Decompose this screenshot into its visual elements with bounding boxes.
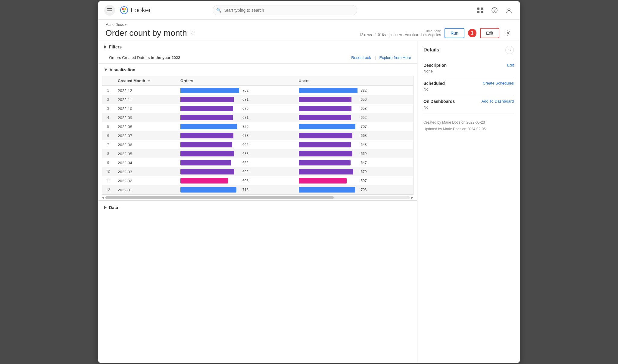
hamburger-button[interactable] bbox=[104, 5, 115, 16]
created-line1: Created by Marie Docs on 2022-05-23 bbox=[423, 119, 514, 126]
row-orders: 752 bbox=[177, 86, 295, 95]
on-dashboards-row: On Dashboards Add To Dashboard bbox=[423, 99, 514, 104]
row-users: 703 bbox=[295, 185, 414, 194]
row-number: 3 bbox=[102, 104, 114, 113]
breadcrumb[interactable]: Marie Docs ▾ bbox=[105, 23, 513, 27]
scheduled-section: Scheduled Create Schedules No bbox=[423, 81, 514, 91]
filters-section-header[interactable]: Filters bbox=[98, 41, 417, 53]
created-info: Created by Marie Docs on 2022-05-23 Upda… bbox=[423, 119, 514, 132]
col-row-number bbox=[102, 76, 114, 86]
search-icon: 🔍 bbox=[216, 8, 221, 13]
table-row: 1 2022-12 752 732 bbox=[102, 86, 413, 95]
svg-point-3 bbox=[123, 11, 125, 12]
add-to-dashboard-link[interactable]: Add To Dashboard bbox=[482, 99, 514, 103]
reset-look-link[interactable]: Reset Look bbox=[351, 55, 371, 60]
row-orders: 678 bbox=[177, 131, 295, 140]
svg-point-2 bbox=[124, 8, 126, 10]
looker-logo-icon bbox=[120, 6, 128, 14]
svg-rect-5 bbox=[481, 8, 483, 10]
row-month: 2022-02 bbox=[114, 176, 177, 185]
scheduled-label: Scheduled bbox=[423, 81, 445, 86]
row-users: 647 bbox=[295, 158, 414, 167]
row-orders: 671 bbox=[177, 113, 295, 122]
table-row: 10 2022-03 692 679 bbox=[102, 167, 413, 176]
table-row: 7 2022-06 662 648 bbox=[102, 140, 413, 149]
breadcrumb-arrow: ▾ bbox=[125, 23, 126, 26]
on-dashboards-label: On Dashboards bbox=[423, 99, 455, 104]
scroll-bar-area[interactable]: ◀ ▶ bbox=[102, 196, 414, 199]
search-bar: 🔍 bbox=[213, 5, 357, 15]
filters-label: Filters bbox=[109, 45, 122, 49]
filter-row: Orders Created Date is in the year 2022 … bbox=[98, 53, 417, 63]
svg-point-10 bbox=[508, 8, 510, 11]
filter-text: Orders Created Date is in the year 2022 bbox=[109, 55, 180, 60]
svg-point-0 bbox=[120, 7, 128, 14]
sort-arrow: ▼ bbox=[148, 79, 151, 83]
col-created-month[interactable]: Created Month ▼ bbox=[114, 76, 177, 86]
marketplace-icon-button[interactable] bbox=[475, 5, 485, 15]
row-number: 12 bbox=[102, 185, 114, 194]
data-table-wrapper[interactable]: Created Month ▼ Orders Users 1 2022-12 bbox=[102, 76, 414, 195]
filter-divider: | bbox=[375, 55, 376, 60]
svg-point-11 bbox=[507, 32, 509, 34]
row-month: 2022-04 bbox=[114, 158, 177, 167]
edit-button[interactable]: Edit bbox=[480, 28, 499, 38]
horizontal-scroll-track[interactable] bbox=[105, 196, 410, 199]
row-users: 679 bbox=[295, 167, 414, 176]
logo: Looker bbox=[120, 6, 151, 14]
description-value: None bbox=[423, 69, 514, 73]
visualization-header[interactable]: Visualization bbox=[98, 64, 417, 76]
table-header: Created Month ▼ Orders Users bbox=[102, 76, 413, 86]
horizontal-scroll-thumb bbox=[105, 196, 334, 199]
description-edit-link[interactable]: Edit bbox=[507, 63, 514, 67]
data-section-header[interactable]: Data bbox=[98, 201, 417, 214]
search-input[interactable] bbox=[213, 5, 357, 15]
table-row: 4 2022-09 671 652 bbox=[102, 113, 413, 122]
badge-1: 1 bbox=[468, 29, 476, 37]
run-button[interactable]: Run bbox=[445, 28, 464, 38]
svg-rect-7 bbox=[481, 11, 483, 13]
page-title-text: Order count by month bbox=[105, 28, 187, 38]
svg-text:?: ? bbox=[493, 8, 495, 13]
row-orders: 681 bbox=[177, 95, 295, 104]
row-orders: 688 bbox=[177, 149, 295, 158]
explore-from-here-link[interactable]: Explore from Here bbox=[379, 55, 411, 60]
help-icon-button[interactable]: ? bbox=[490, 5, 499, 15]
row-month: 2022-09 bbox=[114, 113, 177, 122]
row-month: 2022-07 bbox=[114, 131, 177, 140]
create-schedules-link[interactable]: Create Schedules bbox=[483, 81, 514, 85]
row-number: 4 bbox=[102, 113, 114, 122]
table-row: 11 2022-02 608 597 bbox=[102, 176, 413, 185]
visualization-label: Visualization bbox=[110, 67, 135, 72]
scroll-left-arrow: ◀ bbox=[102, 196, 104, 199]
visualization-section: Visualization Created Month ▼ bbox=[98, 64, 417, 199]
row-number: 6 bbox=[102, 131, 114, 140]
row-users: 658 bbox=[295, 104, 414, 113]
title-actions: Time Zone 12 rows · 1.016s · just now · … bbox=[359, 28, 513, 38]
col-users: Users bbox=[295, 76, 414, 86]
svg-point-1 bbox=[122, 8, 124, 10]
table-row: 8 2022-05 688 669 bbox=[102, 149, 413, 158]
page-title: Order count by month ♡ bbox=[105, 28, 195, 38]
user-icon bbox=[506, 7, 512, 14]
data-collapse-icon bbox=[104, 206, 107, 209]
marketplace-icon bbox=[477, 7, 483, 14]
updated-line2: Updated by Marie Docs on 2024-02-05 bbox=[423, 126, 514, 133]
user-icon-button[interactable] bbox=[504, 5, 514, 15]
arrow-right-button[interactable]: → bbox=[505, 46, 514, 54]
row-month: 2022-10 bbox=[114, 104, 177, 113]
details-header: Details → bbox=[423, 46, 514, 54]
title-row: Order count by month ♡ Time Zone 12 rows… bbox=[105, 28, 513, 38]
row-month: 2022-08 bbox=[114, 122, 177, 131]
row-number: 8 bbox=[102, 149, 114, 158]
row-month: 2022-03 bbox=[114, 167, 177, 176]
table-row: 12 2022-01 718 703 bbox=[102, 185, 413, 194]
row-orders: 662 bbox=[177, 140, 295, 149]
row-number: 5 bbox=[102, 122, 114, 131]
heart-icon[interactable]: ♡ bbox=[190, 29, 195, 37]
gear-icon-button[interactable] bbox=[503, 28, 513, 38]
col-orders: Orders bbox=[177, 76, 295, 86]
table-row: 6 2022-07 678 668 bbox=[102, 131, 413, 140]
row-number: 10 bbox=[102, 167, 114, 176]
row-month: 2022-01 bbox=[114, 185, 177, 194]
